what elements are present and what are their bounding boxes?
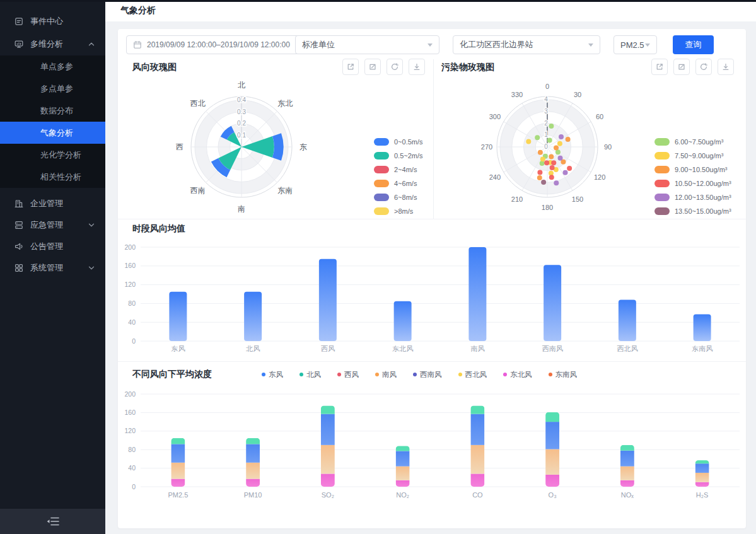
pollutant-rose-chart: 030609012015018021024027030033001234 (478, 78, 617, 216)
svg-text:西北: 西北 (190, 99, 206, 108)
menu-fold-icon (45, 516, 61, 526)
svg-text:120: 120 (124, 427, 136, 434)
subitem-label: 多点单参 (40, 83, 73, 95)
legend-item[interactable]: 6~8m/s (374, 190, 423, 204)
legend-item[interactable]: 西南风 (413, 370, 442, 380)
legend-item[interactable]: 4~6m/s (374, 177, 423, 190)
svg-text:PM2.5: PM2.5 (168, 491, 188, 499)
sidebar-subitem-single-point[interactable]: 单点多参 (0, 55, 105, 78)
legend-label: 北风 (306, 370, 321, 380)
edit-icon (368, 62, 377, 71)
pollutant-rose-toolbar (651, 59, 734, 75)
chevron-up-icon (86, 39, 96, 49)
svg-text:东风: 东风 (171, 345, 185, 352)
legend-item[interactable]: 南风 (375, 370, 397, 380)
legend-label: 7.50~9.00ug/m³ (675, 152, 723, 160)
legend-item[interactable]: 0.5~2m/s (374, 149, 423, 163)
legend-swatch (654, 152, 670, 160)
sidebar-subitem-photochemical[interactable]: 光化学分析 (0, 144, 105, 166)
svg-text:3: 3 (544, 108, 548, 115)
legend-item[interactable]: 西风 (337, 370, 359, 380)
download-button[interactable] (409, 59, 425, 75)
pollutant-select[interactable]: PM2.5 (614, 35, 657, 54)
svg-text:西南: 西南 (190, 186, 206, 195)
section-divider (118, 219, 746, 219)
legend-label: 4~6m/s (394, 180, 417, 187)
svg-text:300: 300 (489, 113, 501, 120)
sidebar-subitem-weather-analysis[interactable]: 气象分析 (0, 122, 105, 144)
legend-item[interactable]: 2~4m/s (374, 163, 423, 177)
unit-select[interactable]: 标准单位 (295, 35, 439, 54)
refresh-button[interactable] (387, 59, 403, 75)
subitem-label: 光化学分析 (40, 149, 81, 161)
edit-button[interactable] (364, 59, 381, 75)
svg-text:0: 0 (545, 83, 549, 90)
svg-text:80: 80 (128, 446, 136, 453)
svg-text:H₂S: H₂S (696, 491, 709, 499)
refresh-button[interactable] (695, 59, 712, 75)
svg-text:CO: CO (472, 491, 483, 499)
svg-text:东南风: 东南风 (692, 345, 712, 352)
legend-label: 12.00~13.50ug/m³ (675, 194, 731, 201)
sidebar-item-system[interactable]: 系统管理 (0, 257, 105, 279)
legend-label: 0.5~2m/s (394, 152, 423, 160)
legend-item[interactable]: 9.00~10.50ug/m³ (654, 163, 731, 177)
legend-item[interactable]: 7.50~9.00ug/m³ (654, 149, 731, 163)
svg-text:330: 330 (511, 91, 523, 98)
system-icon (14, 263, 24, 273)
open-in-new-button[interactable] (651, 59, 668, 75)
legend-label: 南风 (382, 370, 397, 380)
legend-item[interactable]: 北风 (299, 370, 321, 380)
legend-label: 6~8m/s (394, 194, 417, 201)
legend-item[interactable]: 东风 (262, 370, 283, 380)
svg-text:1: 1 (544, 131, 548, 138)
legend-item[interactable]: 0~0.5m/s (374, 135, 423, 149)
sidebar-item-label: 系统管理 (30, 262, 63, 274)
legend-item[interactable]: 10.50~12.00ug/m³ (654, 177, 731, 190)
legend-dot (458, 373, 462, 376)
page-title: 气象分析 (120, 5, 156, 16)
edit-button[interactable] (673, 59, 690, 75)
sidebar-collapse-button[interactable] (0, 509, 105, 534)
legend-swatch (654, 166, 670, 173)
legend-item[interactable]: >8m/s (374, 204, 423, 218)
sidebar-item-notice[interactable]: 公告管理 (0, 236, 105, 257)
legend-swatch (374, 152, 389, 160)
search-button[interactable]: 查询 (673, 35, 714, 54)
legend-label: 0~0.5m/s (394, 138, 423, 146)
legend-item[interactable]: 东北风 (503, 370, 532, 380)
refresh-icon (390, 62, 399, 71)
legend-label: 西南风 (420, 370, 442, 380)
svg-text:60: 60 (596, 113, 603, 120)
legend-swatch (374, 207, 389, 215)
window-top-edge (0, 0, 756, 2)
legend-label: 13.50~15.00ug/m³ (675, 207, 731, 215)
sidebar-item-enterprise[interactable]: 企业管理 (0, 193, 105, 214)
station-select[interactable]: 化工功区西北边界站 (453, 35, 600, 54)
legend-item[interactable]: 6.00~7.50ug/m³ (654, 135, 731, 149)
sidebar-item-emergency[interactable]: 应急管理 (0, 214, 105, 236)
legend-label: 西风 (344, 370, 359, 380)
legend-label: 东南风 (555, 370, 578, 380)
chevron-down-icon (86, 220, 96, 230)
legend-item[interactable]: 西北风 (458, 370, 487, 380)
legend-item[interactable]: 东南风 (549, 370, 578, 380)
concentration-stacked-chart: 04080120160200PM2.5PM10SO₂NO₂COO₃NOₓH₂S (123, 385, 742, 511)
caret-down-icon (588, 44, 593, 47)
legend-item[interactable]: 12.00~13.50ug/m³ (654, 190, 731, 204)
sidebar-subitem-multi-point[interactable]: 多点单参 (0, 78, 105, 100)
sidebar-subitem-data-distribution[interactable]: 数据分布 (0, 100, 105, 122)
pollutant-rose-legend: 6.00~7.50ug/m³7.50~9.00ug/m³9.00~10.50ug… (654, 135, 731, 218)
bar-section-title: 时段风向均值 (132, 223, 185, 235)
svg-text:40: 40 (128, 318, 136, 326)
legend-swatch (654, 180, 670, 187)
wind-rose-legend: 0~0.5m/s0.5~2m/s2~4m/s4~6m/s6~8m/s>8m/s (374, 135, 423, 218)
sidebar-subitem-correlation[interactable]: 相关性分析 (0, 166, 105, 188)
legend-label: 10.50~12.00ug/m³ (675, 180, 731, 187)
sidebar-item-event-center[interactable]: 事件中心 (0, 10, 105, 33)
legend-item[interactable]: 13.50~15.00ug/m³ (654, 204, 731, 218)
unit-value: 标准单位 (302, 39, 335, 50)
sidebar-item-multi-analysis[interactable]: 多维分析 (0, 33, 105, 55)
open-in-new-button[interactable] (342, 59, 359, 75)
download-button[interactable] (718, 59, 734, 75)
